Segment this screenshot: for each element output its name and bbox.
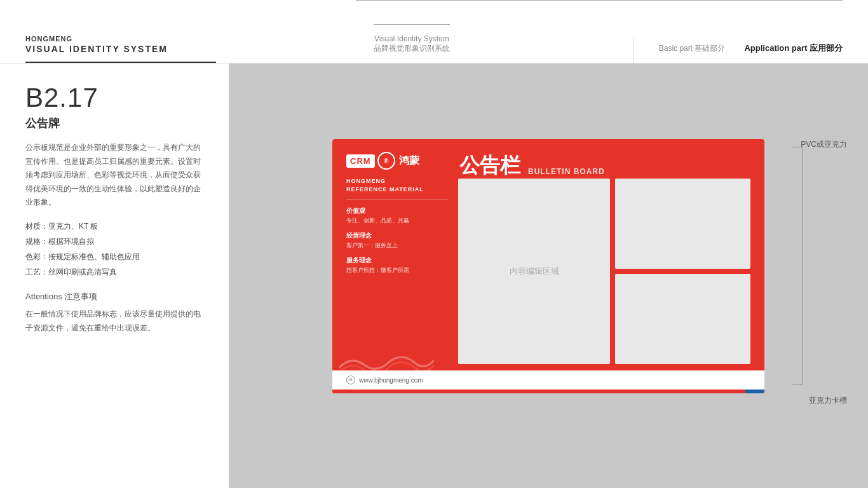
- brand-sub: VISUAL IDENTITY SYSTEM: [25, 44, 216, 54]
- bulletin-board: CRM ® 鸿蒙 HONGMENG REFERENCE MATERIAL: [332, 139, 764, 393]
- board-item-management: 经营理念 客户第一；服务至上: [346, 231, 448, 250]
- spec-color: 色彩：按规定标准色、辅助色应用: [25, 249, 203, 264]
- header: HONGMENG VISUAL IDENTITY SYSTEM Visual I…: [0, 0, 868, 64]
- nav-vi-group: Visual Identity System 品牌视觉形象识别系统: [374, 24, 450, 54]
- hm-logo-text: ®: [384, 158, 388, 165]
- board-img-cell-large: 内容编辑区域: [458, 179, 610, 364]
- board-left-divider: [346, 200, 448, 200]
- description: 公示板规范是企业外部的重要形象之一，具有广大的宣传作用。也是提高员工归属感的重要…: [25, 141, 203, 210]
- board-subtitle: HONGMENG REFERENCE MATERIAL: [346, 177, 448, 193]
- board-left: CRM ® 鸿蒙 HONGMENG REFERENCE MATERIAL: [346, 152, 448, 364]
- board-img-cell-tr: [615, 179, 750, 269]
- crm-logo-text: CRM: [346, 154, 375, 168]
- header-top-line: [356, 0, 843, 1]
- spec-material: 材质：亚克力、KT 板: [25, 219, 203, 234]
- brand-name: HONGMENG: [25, 34, 216, 44]
- board-bottom-stripe: [332, 390, 764, 393]
- board-main: CRM ® 鸿蒙 HONGMENG REFERENCE MATERIAL: [332, 139, 764, 370]
- nav-vi-zh: 品牌视觉形象识别系统: [374, 43, 450, 54]
- board-website-icon: ⊕: [346, 376, 355, 384]
- page-title: 公告牌: [25, 116, 203, 131]
- board-title-en: BULLETIN BOARD: [528, 167, 605, 180]
- content-area: PVC或亚克力 亚克力卡槽 CRM ®: [229, 64, 868, 488]
- attentions-text: 在一般情况下使用品牌标志，应该尽量使用提供的电子资源文件，避免在重绘中出现误差。: [25, 308, 203, 335]
- spec-size: 规格：根据环境自拟: [25, 234, 203, 249]
- board-img-cell-br: [615, 274, 750, 364]
- label-acrylic: 亚克力卡槽: [809, 395, 847, 406]
- hm-logo: ®: [377, 152, 395, 170]
- board-img-right-col: [615, 179, 750, 364]
- board-title-area: 公告栏 BULLETIN BOARD: [459, 152, 750, 180]
- attentions-title: Attentions 注意事项: [25, 291, 203, 302]
- specs: 材质：亚克力、KT 板 规格：根据环境自拟 色彩：按规定标准色、辅助色应用 工艺…: [25, 219, 203, 280]
- board-item-service: 服务理念 想客户所想；微客户所需: [346, 256, 448, 274]
- spec-craft: 工艺：丝网印刷或高清写真: [25, 264, 203, 280]
- header-right-nav: Basic part 基础部分 Application part 应用部分: [659, 43, 843, 63]
- content-label: 内容编辑区域: [510, 266, 559, 277]
- board-right: 内容编辑区域: [458, 152, 750, 364]
- nav-vi-en: Visual Identity System: [374, 34, 449, 43]
- board-wave-decoration: [339, 349, 434, 374]
- stripe-red: [332, 390, 745, 393]
- nav-app[interactable]: Application part 应用部分: [744, 43, 843, 54]
- board-img-row-top: 内容编辑区域: [458, 179, 750, 364]
- header-nav-center: Visual Identity System 品牌视觉形象识别系统: [216, 24, 607, 63]
- board-logo: CRM ® 鸿蒙: [346, 152, 448, 170]
- label-pvc: PVC或亚克力: [801, 139, 847, 150]
- board-website-url: www.bjhongmeng.com: [359, 377, 423, 384]
- board-item-values: 价值观 专注、创新、品质、共赢: [346, 207, 448, 225]
- bracket-line: [792, 147, 803, 385]
- main-layout: B2.17 公告牌 公示板规范是企业外部的重要形象之一，具有广大的宣传作用。也是…: [0, 64, 868, 488]
- stripe-blue: [745, 390, 764, 393]
- nav-basic[interactable]: Basic part 基础部分: [659, 43, 726, 54]
- page-code: B2.17: [25, 83, 203, 113]
- logo-area: HONGMENG VISUAL IDENTITY SYSTEM: [25, 34, 216, 63]
- nav-divider: [633, 37, 634, 63]
- board-container: PVC或亚克力 亚克力卡槽 CRM ®: [332, 139, 764, 412]
- sidebar: B2.17 公告牌 公示板规范是企业外部的重要形象之一，具有广大的宣传作用。也是…: [0, 64, 229, 488]
- hm-brand-text: 鸿蒙: [399, 154, 419, 168]
- board-title-zh: 公告栏: [459, 152, 520, 180]
